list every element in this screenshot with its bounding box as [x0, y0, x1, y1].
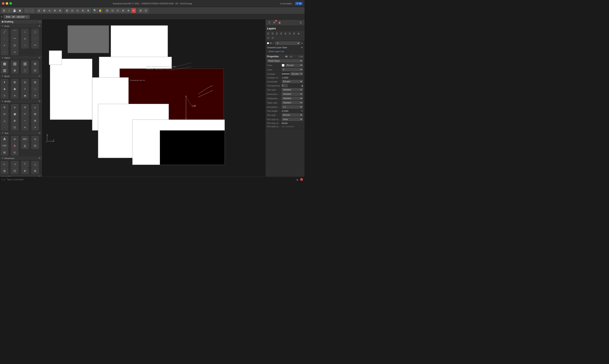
pan2-button[interactable]: ✋: [98, 8, 103, 13]
view-button[interactable]: ⊕: [57, 8, 63, 13]
hatch3-tool[interactable]: ⊠: [11, 67, 18, 74]
block-base-tool[interactable]: ◉: [11, 86, 18, 92]
prop-tab-all[interactable]: All: [284, 55, 288, 58]
circle-tool[interactable]: ○: [21, 29, 29, 35]
point-tool[interactable]: ·: [31, 36, 39, 42]
rect-tool[interactable]: □: [31, 29, 39, 35]
extend-tool[interactable]: ⊞: [31, 111, 39, 117]
draw-gear-icon[interactable]: ⚙: [39, 25, 40, 27]
transparency-input[interactable]: [282, 84, 288, 87]
minimize-button[interactable]: [6, 2, 8, 5]
boundary-tool[interactable]: ▧: [21, 61, 29, 67]
rotate-tool[interactable]: ↺: [21, 104, 29, 110]
baseline-dim-tool[interactable]: ⊕: [21, 168, 29, 174]
hatch-tool[interactable]: ▦: [1, 61, 8, 67]
plotstyle-select[interactable]: ByColor: [282, 113, 303, 117]
dim-gear-icon[interactable]: ⚙: [39, 157, 40, 159]
block-purge-tool[interactable]: ◌: [31, 86, 39, 92]
pline-tool[interactable]: ⌐: [1, 36, 8, 42]
select4-button[interactable]: ⊗: [120, 8, 126, 13]
orbit-button[interactable]: ⊗: [80, 8, 85, 13]
layer-tool-5[interactable]: ☰: [283, 32, 287, 36]
leader-gear-icon[interactable]: ⚙: [39, 175, 40, 177]
print3-button[interactable]: ⊙: [47, 8, 52, 13]
lineweight-select[interactable]: ByLayer: [282, 80, 303, 83]
find-tool[interactable]: ⊞: [1, 149, 8, 156]
join-tool[interactable]: ⊗: [31, 124, 39, 130]
section-modify[interactable]: ▼ Modify ⚙: [0, 99, 42, 103]
explode-tool[interactable]: ⊕: [21, 124, 29, 130]
select6-button[interactable]: ⊗: [131, 8, 136, 13]
erase-tool[interactable]: ·: [1, 124, 8, 130]
section-dimension[interactable]: ▼ Dimension ⚙: [0, 156, 42, 160]
text-match-tool[interactable]: ⊙: [11, 149, 18, 156]
block-extract-tool[interactable]: ◊: [21, 86, 29, 92]
textheight-edit-icon[interactable]: ✎: [301, 110, 303, 112]
plot-button[interactable]: ⊗: [52, 8, 57, 13]
region-tool[interactable]: ⊡: [11, 49, 18, 55]
layer-tool-8[interactable]: ⊞: [296, 32, 300, 36]
layer-dropdown-arrow[interactable]: ▼: [301, 42, 303, 44]
prop-icon-expand[interactable]: ⊡: [299, 55, 301, 58]
pdf-text-tool[interactable]: PDF: [1, 143, 8, 149]
section-leader[interactable]: ▼ Leader ⚙: [0, 175, 42, 177]
mtext-tool[interactable]: A: [1, 136, 8, 142]
model-space-select[interactable]: Model Space: [267, 59, 303, 63]
layer-tool-10[interactable]: ⊡: [271, 36, 275, 40]
close-button[interactable]: [2, 2, 4, 5]
block5-tool[interactable]: ⊡: [1, 92, 8, 99]
insert-block-tool[interactable]: ✦: [1, 79, 8, 85]
back-button[interactable]: ←: [24, 8, 29, 13]
block6-tool[interactable]: ⊕: [11, 92, 18, 99]
plotstyletable-select[interactable]: None: [282, 118, 303, 121]
ellipse-tool[interactable]: ⊕: [21, 36, 29, 42]
show-layer-list[interactable]: › Show Layer List: [265, 49, 304, 53]
maximize-button[interactable]: [9, 2, 12, 5]
tablestyle-select[interactable]: Standard: [282, 101, 303, 104]
section-hatch[interactable]: ▼ Hatch ⚙: [0, 56, 42, 60]
canvas-area[interactable]: 1.80 Asfalto viršutinis sluoksnis aG 11 …: [42, 20, 265, 177]
layers-view-icon[interactable]: ☰: [267, 20, 271, 25]
angular-dim-tool[interactable]: ⊤: [21, 161, 29, 167]
text-edit-tool[interactable]: ABC: [21, 136, 29, 142]
expand-panel-icon[interactable]: ⊡: [299, 20, 303, 25]
stretch-tool[interactable]: ▣: [11, 111, 18, 117]
dtext-tool[interactable]: A: [11, 136, 18, 142]
layer-number-select[interactable]: 0: [275, 41, 300, 45]
ordinate-dim-tool[interactable]: ⊡: [11, 168, 18, 174]
block-attr-tool[interactable]: ⊗: [31, 79, 39, 85]
ray-tool[interactable]: ⊙: [11, 42, 18, 48]
radius-dim-tool[interactable]: ⊥: [31, 161, 39, 167]
collapse-button[interactable]: «: [39, 21, 40, 23]
text2-tool[interactable]: A: [21, 143, 29, 149]
gradient-tool[interactable]: ▨: [11, 61, 18, 67]
color-select[interactable]: ByLayer: [285, 64, 303, 67]
aligned-dim-tool[interactable]: ⊣: [11, 161, 18, 167]
zoom-button[interactable]: ⊡: [70, 8, 75, 13]
prop-icon-settings[interactable]: ⊞: [301, 55, 303, 58]
wipeout-tool[interactable]: ◌: [1, 49, 8, 55]
table-view-icon[interactable]: ▦: [277, 20, 281, 25]
mleaderstyle-select[interactable]: Standard: [282, 97, 303, 100]
layer-tool-4[interactable]: ☰: [279, 32, 283, 36]
properties-view-icon[interactable]: ⊞ !: [272, 20, 277, 25]
3dview-button[interactable]: ⊕: [86, 8, 91, 13]
copy-tool[interactable]: ⊞: [11, 104, 18, 110]
array-tool[interactable]: ↔: [21, 117, 29, 124]
linetype-select[interactable]: ByLayer: [290, 72, 303, 76]
misc2-button[interactable]: ⊡: [143, 8, 148, 13]
diam-dim-tool[interactable]: ⊞: [1, 168, 8, 174]
modify-gear-icon[interactable]: ⚙: [39, 100, 40, 103]
continue-dim-tool[interactable]: ⊗: [31, 168, 39, 174]
command-input[interactable]: [7, 178, 294, 181]
tab-close-icon[interactable]: ✕: [26, 16, 27, 18]
section-text[interactable]: ▼ Text ⚙: [0, 131, 42, 135]
arc-tool[interactable]: ⌒: [11, 29, 18, 35]
wipeout2-tool[interactable]: ⊞: [31, 61, 39, 67]
scale-tool[interactable]: ⊙: [1, 111, 8, 117]
block-edit-tool[interactable]: ⊙: [21, 79, 29, 85]
offset-tool[interactable]: ⊗: [31, 117, 39, 124]
select2-button[interactable]: ⊡: [110, 8, 115, 13]
trim-tool[interactable]: ✂: [21, 111, 29, 117]
print-button[interactable]: 🖨: [36, 8, 41, 13]
